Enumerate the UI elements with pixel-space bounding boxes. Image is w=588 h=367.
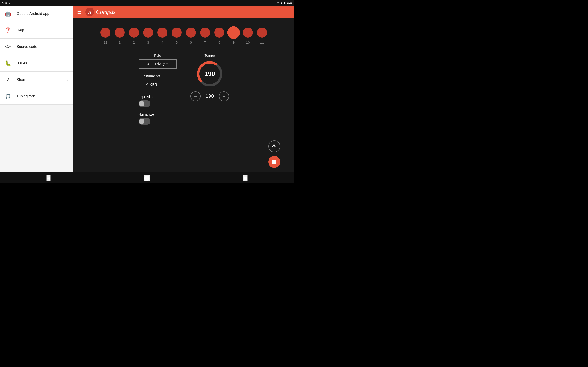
- beat-circle-10: [243, 27, 253, 38]
- palo-group: Palo BULERÍA (12): [138, 53, 177, 69]
- tempo-dial-value: 190: [204, 70, 215, 77]
- sidebar-item-source-code[interactable]: <> Source code: [0, 39, 73, 55]
- beat-circle-1: [115, 27, 125, 38]
- sidebar-item-share[interactable]: ↗ Share ∨: [0, 72, 73, 88]
- share-icon: ↗: [5, 77, 11, 83]
- logo-icon: A: [86, 8, 94, 16]
- improvise-thumb: [139, 101, 145, 106]
- beat-item-7[interactable]: 7: [200, 27, 210, 44]
- home-button[interactable]: ⬤: [144, 175, 150, 181]
- beat-circle-3: [143, 27, 153, 38]
- app-name: Compás: [96, 8, 115, 15]
- tempo-dial[interactable]: 190: [196, 60, 224, 88]
- signal-icon: ▲: [280, 1, 283, 4]
- mixer-button[interactable]: MIXER: [138, 80, 164, 89]
- humanize-toggle[interactable]: [138, 118, 150, 125]
- palo-label: Palo: [138, 53, 177, 57]
- beat-item-11[interactable]: 11: [257, 27, 267, 44]
- beat-number-4: 4: [162, 40, 163, 44]
- beat-item-1[interactable]: 1: [115, 27, 125, 44]
- beat-number-6: 6: [190, 40, 192, 44]
- beat-item-9[interactable]: 9: [229, 27, 239, 44]
- bottom-bar: ◀ ⬤ ◼: [0, 173, 294, 184]
- sidebar-item-android-app[interactable]: 🤖 Get the Android app: [0, 6, 73, 22]
- code-icon: <>: [5, 44, 11, 50]
- tempo-line: [204, 100, 215, 100]
- beat-number-1: 1: [119, 40, 121, 44]
- improvise-group: Improvise: [138, 95, 153, 107]
- beat-circle-2: [129, 27, 139, 38]
- beat-circle-5: [172, 27, 182, 38]
- humanize-label: Humanize: [138, 112, 154, 116]
- humanize-group: Humanize: [138, 112, 154, 125]
- controls-area: Palo BULERÍA (12) Instruments MIXER Impr…: [78, 53, 289, 125]
- beat-item-10[interactable]: 10: [243, 27, 253, 44]
- instruments-label: Instruments: [138, 74, 164, 78]
- app-logo: A Compás: [86, 8, 115, 16]
- status-bar: A ▣ ⊙ ▾ ▲ ▮ 1:23: [0, 0, 294, 6]
- beat-area: 121234567891011 Palo BULERÍA (12) Instru…: [73, 18, 294, 173]
- sidebar-item-help-label: Help: [17, 28, 69, 32]
- help-icon: ❓: [5, 27, 11, 33]
- sync-icon: ⊙: [9, 1, 10, 4]
- beat-item-6[interactable]: 6: [186, 27, 196, 44]
- time-display: 1:23: [287, 1, 292, 4]
- palo-button[interactable]: BULERÍA (12): [138, 59, 177, 69]
- beat-number-11: 11: [260, 40, 264, 44]
- beat-item-3[interactable]: 3: [143, 27, 153, 44]
- status-bar-left: A ▣ ⊙: [2, 1, 10, 4]
- beat-item-4[interactable]: 4: [157, 27, 167, 44]
- action-buttons: 👁: [268, 140, 280, 168]
- main-content: ☰ A Compás 121234567891011 Palo BULERÍA …: [73, 6, 294, 173]
- beat-circle-6: [186, 27, 196, 38]
- android-icon: 🤖: [5, 11, 11, 17]
- beat-item-5[interactable]: 5: [172, 27, 182, 44]
- beat-item-2[interactable]: 2: [129, 27, 139, 44]
- tempo-increase-button[interactable]: +: [219, 91, 229, 101]
- topbar: ☰ A Compás: [73, 6, 294, 18]
- beat-circle-9: [227, 26, 240, 39]
- beat-number-5: 5: [176, 40, 178, 44]
- beat-number-3: 3: [147, 40, 149, 44]
- beat-number-2: 2: [133, 40, 135, 44]
- preview-button[interactable]: 👁: [268, 140, 280, 152]
- beat-circle-7: [200, 27, 210, 38]
- instruments-group: Instruments MIXER: [138, 74, 164, 89]
- beat-number-7: 7: [204, 40, 206, 44]
- improvise-toggle[interactable]: [138, 100, 150, 107]
- sidebar-item-help[interactable]: ❓ Help: [0, 22, 73, 39]
- chevron-down-icon: ∨: [66, 77, 69, 82]
- tempo-number-display: 190: [204, 93, 215, 99]
- sidebar-item-tuning-fork[interactable]: 🎵 Tuning fork: [0, 88, 73, 105]
- tempo-decrease-button[interactable]: −: [190, 91, 200, 101]
- battery-icon: ▮: [284, 1, 285, 4]
- beat-item-8[interactable]: 8: [214, 27, 225, 44]
- beat-circle-4: [157, 27, 167, 38]
- stop-icon: [272, 160, 276, 164]
- improvise-label: Improvise: [138, 95, 153, 99]
- beat-item-12[interactable]: 12: [100, 27, 111, 44]
- status-bar-right: ▾ ▲ ▮ 1:23: [277, 1, 292, 4]
- recent-button[interactable]: ◼: [243, 175, 248, 181]
- logo-letter: A: [88, 9, 91, 15]
- beat-number-12: 12: [104, 40, 107, 44]
- sidebar-item-share-label: Share: [17, 78, 61, 82]
- sidebar-item-tuning-label: Tuning fork: [17, 94, 69, 98]
- tempo-controls: − 190 +: [190, 91, 229, 101]
- beat-circle-8: [214, 27, 225, 38]
- beat-circle-11: [257, 27, 267, 38]
- tempo-section: Tempo 190 − 190 +: [190, 53, 229, 101]
- back-button[interactable]: ◀: [46, 175, 51, 181]
- stop-button[interactable]: [268, 156, 280, 168]
- beat-number-9: 9: [233, 40, 234, 44]
- tuning-fork-icon: 🎵: [5, 93, 11, 99]
- beat-number-10: 10: [246, 40, 250, 44]
- wifi-icon: ▾: [277, 1, 279, 4]
- beats-row: 121234567891011: [100, 27, 267, 44]
- sidebar-item-issues[interactable]: 🐛 Issues: [0, 55, 73, 72]
- notification-icon: A: [2, 1, 3, 4]
- sidebar-item-android-label: Get the Android app: [17, 12, 69, 16]
- bug-icon: 🐛: [5, 60, 11, 66]
- sim-icon: ▣: [5, 1, 7, 4]
- menu-button[interactable]: ☰: [77, 9, 82, 15]
